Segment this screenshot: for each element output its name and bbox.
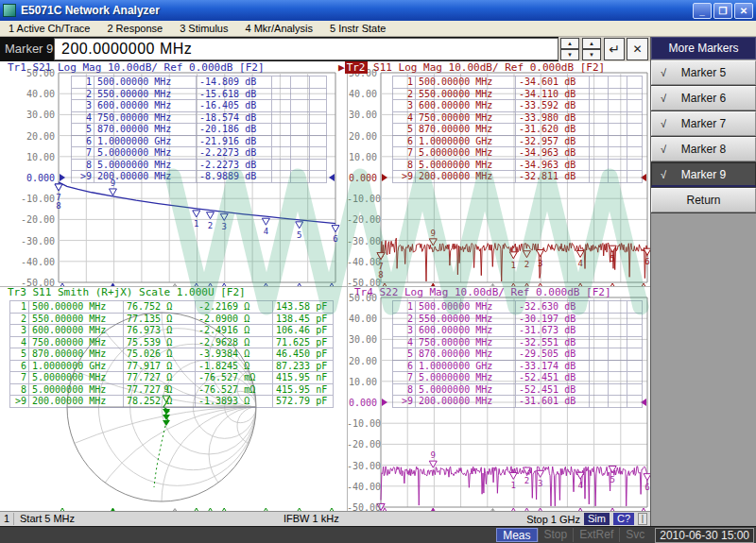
marker-cell: -32.957 dB — [516, 136, 590, 148]
softkey-marker-8[interactable]: √Marker 8 — [651, 137, 756, 161]
enter-button[interactable]: ↵ — [604, 38, 625, 60]
marker-cell — [609, 301, 627, 314]
marker-cell — [627, 301, 643, 314]
marker-cell: 76.973 Ω — [124, 325, 196, 337]
marker-cell — [310, 124, 327, 136]
marker-cell: -8.9889 dB — [197, 171, 272, 183]
marker-cell — [272, 160, 291, 172]
maximize-button[interactable]: ❐ — [713, 3, 732, 19]
menu-item-1-active-ch-trace[interactable]: 1 Active Ch/Trace — [0, 23, 98, 34]
svg-text:9: 9 — [431, 450, 436, 460]
marker-cell — [609, 372, 627, 384]
marker-cell: 5.0000000 MHz — [29, 384, 124, 397]
marker-cell: -20.186 dB — [197, 124, 272, 136]
marker-cell: 5.0000000 MHz — [416, 160, 516, 172]
softkey-marker-5[interactable]: √Marker 5 — [651, 60, 756, 85]
menu-item-3-stimulus[interactable]: 3 Stimulus — [171, 23, 236, 34]
marker-cell: 77.727 Ω — [124, 372, 196, 384]
marker-cell — [609, 348, 627, 361]
softkey-marker-6[interactable]: √Marker 6 — [651, 86, 756, 110]
menu-item-4-mkr-analysis[interactable]: 4 Mkr/Analysis — [236, 23, 321, 34]
svg-text:1: 1 — [194, 219, 198, 229]
softkey-return[interactable]: Return — [651, 188, 756, 212]
spin-up-fine[interactable]: ▲ — [582, 38, 601, 49]
marker-cell: 76.752 Ω — [124, 301, 196, 314]
marker-table-tr1: 1500.00000 MHz-14.809 dB2550.00000 MHz-1… — [71, 76, 327, 183]
svg-text:1: 1 — [511, 481, 516, 490]
marker-cell: 5.0000000 MHz — [416, 372, 516, 384]
svg-text:6: 6 — [333, 234, 337, 244]
marker-cell: 46.450 pF — [273, 348, 334, 361]
marker-cell: >9 — [72, 171, 94, 183]
menu-item-2-response[interactable]: 2 Response — [98, 23, 171, 34]
marker-value-input[interactable]: 200.0000000 MHz — [54, 38, 558, 60]
marker-cell: 87.233 pF — [273, 361, 334, 373]
marker-cell — [310, 112, 327, 125]
marker-row: 3600.00000 MHz76.973 Ω-2.4916 Ω106.46 pF — [10, 325, 334, 337]
marker-cell: -2.4916 Ω — [196, 325, 273, 337]
svg-text:3: 3 — [538, 259, 542, 268]
marker-table-tr4: 1500.00000 MHz-32.630 dB2550.00000 MHz-3… — [392, 300, 643, 408]
svg-text:2: 2 — [524, 260, 529, 269]
marker-cell: 600.00000 MHz — [416, 325, 516, 337]
y-axis-tick: -40.00 — [347, 481, 377, 491]
y-axis-tick: 40.00 — [347, 89, 377, 99]
marker-cell: 550.00000 MHz — [29, 314, 124, 326]
spin-down-coarse[interactable]: ▼ — [560, 49, 579, 60]
marker-cell — [291, 112, 310, 125]
marker-cell: 8 — [10, 384, 29, 397]
marker-cell: -52.451 dB — [516, 384, 590, 397]
svg-text:4: 4 — [264, 227, 268, 236]
entry-close-button[interactable]: ✕ — [627, 38, 648, 60]
marker-cell: -2.2169 Ω — [196, 301, 273, 314]
check-icon: √ — [661, 169, 666, 180]
panel-tr3: Tr3 S11 Smith (R+jX) Scale 1.000U [F2]91… — [0, 286, 347, 511]
marker-cell — [310, 171, 327, 183]
marker-cell: -31.673 dB — [516, 325, 590, 337]
marker-row: 85.0000000 MHz-2.2273 dB — [72, 160, 327, 172]
close-button[interactable]: ✕ — [734, 3, 753, 19]
y-axis-tick: 30.00 — [0, 110, 55, 120]
marker-cell: 77.917 Ω — [124, 361, 196, 373]
marker-cell: 77.727 Ω — [124, 384, 196, 397]
spin-up-coarse[interactable]: ▲ — [560, 38, 579, 49]
marker-row: 61.0000000 GHz-32.957 dB — [393, 136, 643, 148]
spin-down-fine[interactable]: ▼ — [582, 49, 601, 60]
marker-row: 4750.00000 MHz-32.551 dB — [393, 337, 643, 349]
marker-cell: 6 — [393, 361, 416, 373]
marker-cell: -29.505 dB — [516, 348, 590, 361]
marker-cell — [310, 160, 327, 172]
marker-row: 61.0000000 GHz77.917 Ω-1.8245 Ω87.233 pF — [10, 361, 334, 373]
marker-cell: 4 — [393, 337, 416, 349]
marker-cell — [590, 314, 609, 326]
menu-item-5-instr-state[interactable]: 5 Instr State — [321, 23, 394, 34]
softkey-header: More Markers — [651, 37, 756, 59]
marker-row: 61.0000000 GHz-21.916 dB — [72, 136, 327, 148]
marker-cell: 870.00000 MHz — [416, 124, 516, 136]
marker-cell: -76.527 mΩ — [196, 372, 273, 384]
panel-tr2: ▶Tr2 S11 Log Mag 10.00dB/ Ref 0.000dB [F… — [347, 61, 650, 286]
softkey-marker-9[interactable]: √Marker 9 — [651, 162, 756, 187]
marker-row: 4750.00000 MHz-33.980 dB — [393, 112, 643, 125]
marker-cell — [272, 171, 291, 183]
marker-cell: -31.620 dB — [516, 124, 590, 136]
channel-number: 1 — [4, 513, 9, 524]
marker-cell: 7 — [393, 372, 416, 384]
marker-cell — [590, 396, 609, 408]
marker-cell — [627, 89, 643, 101]
status-badge-sim: Sim — [584, 513, 610, 525]
y-axis-tick: 20.00 — [0, 130, 55, 141]
marker-cell: 572.79 pF — [273, 396, 334, 408]
minimize-button[interactable]: _ — [693, 3, 712, 19]
marker-cell: -33.980 dB — [516, 112, 590, 125]
marker-cell — [590, 160, 609, 172]
softkey-marker-7[interactable]: √Marker 7 — [651, 111, 756, 136]
marker-cell — [627, 361, 643, 373]
marker-cell: 2 — [72, 89, 94, 101]
marker-row: >9200.00000 MHz78.252 Ω-1.3893 Ω572.79 p… — [10, 396, 334, 408]
marker-cell — [272, 136, 291, 148]
y-axis-tick: 30.00 — [347, 110, 377, 120]
y-axis-tick: -30.00 — [347, 460, 377, 470]
y-axis-tick: -10.00 — [347, 418, 377, 429]
marker-cell: -34.110 dB — [516, 89, 590, 101]
